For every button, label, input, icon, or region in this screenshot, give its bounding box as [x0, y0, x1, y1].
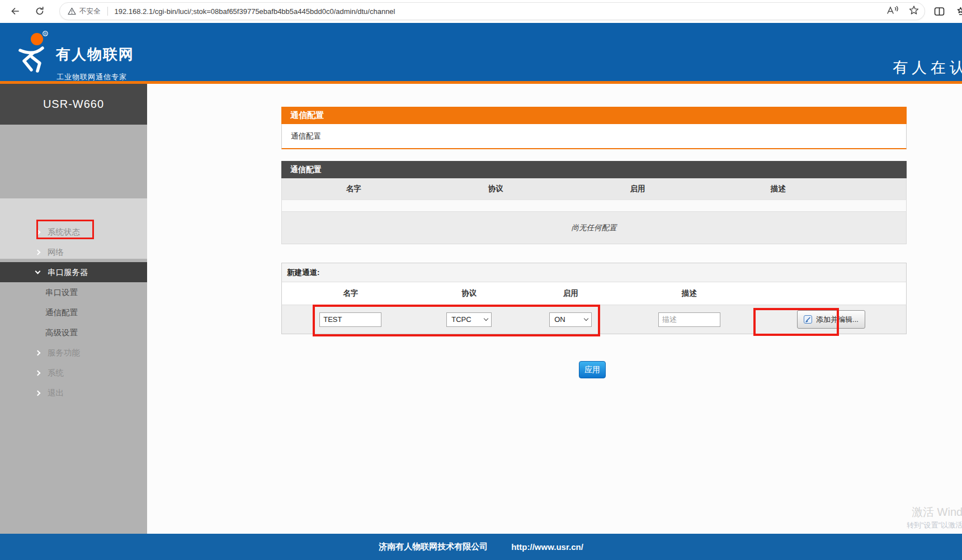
- new-channel-input-row: TCPC ON 添加并编辑...: [281, 305, 907, 334]
- sidebar-item-label: 服务功能: [48, 348, 80, 358]
- sidebar: USR-W660 系统状态 网络 串口服务器 串口设置 通信配置 高级设置 服务…: [0, 84, 147, 534]
- favorites-bar-icon[interactable]: [955, 4, 962, 19]
- device-name: USR-W660: [0, 84, 147, 125]
- chevron-right-icon: [35, 249, 41, 255]
- new-channel-label: 新建通道:: [281, 263, 907, 282]
- page-title: 通信配置: [281, 107, 907, 124]
- address-bar[interactable]: 不安全 192.168.2.1/cgi-bin/luci/;stok=08baf…: [59, 2, 925, 20]
- column-header-name: 名字: [282, 282, 419, 305]
- security-chip[interactable]: 不安全: [68, 7, 101, 16]
- column-header-actions: [756, 282, 906, 305]
- table-spacer-row: [281, 200, 907, 211]
- footer-company: 济南有人物联网技术有限公司: [379, 542, 488, 552]
- divider: [107, 7, 108, 16]
- sidebar-item-label: 串口服务器: [48, 267, 88, 278]
- column-header-protocol: 协议: [426, 178, 566, 200]
- enabled-select[interactable]: ON: [549, 312, 592, 327]
- channel-table-header-row: 名字 协议 启用 描述: [281, 178, 907, 200]
- add-and-edit-label: 添加并编辑...: [816, 315, 859, 325]
- column-header-description: 描述: [622, 282, 756, 305]
- security-label: 不安全: [79, 7, 101, 16]
- channel-name-input[interactable]: [319, 312, 381, 327]
- empty-table-message: 尚无任何配置: [281, 211, 907, 244]
- sidebar-item-label: 网络: [48, 247, 64, 258]
- sidebar-item-system[interactable]: 系统: [0, 363, 147, 383]
- column-header-description: 描述: [709, 178, 847, 200]
- sidebar-item-network[interactable]: 网络: [0, 242, 147, 262]
- protocol-select[interactable]: TCPC: [446, 312, 492, 327]
- brand-title: 有人物联网: [56, 47, 134, 61]
- add-edit-icon: [804, 315, 812, 324]
- app-header: R 有人物联网 工业物联网通信专家 有人在认真做事: [0, 23, 962, 81]
- column-header-enabled: 启用: [519, 282, 622, 305]
- footer-website-link[interactable]: http://www.usr.cn/: [511, 542, 583, 552]
- sidebar-item-label: 系统: [48, 368, 64, 378]
- page-footer: 济南有人物联网技术有限公司 http://www.usr.cn/: [0, 534, 962, 560]
- enabled-select-value: ON: [554, 315, 565, 324]
- chevron-down-icon: [35, 268, 41, 274]
- sidebar-item-advanced-settings[interactable]: 高级设置: [0, 322, 147, 343]
- column-header-name: 名字: [282, 178, 426, 200]
- read-aloud-icon[interactable]: [886, 5, 899, 17]
- sidebar-item-label: 退出: [48, 388, 64, 398]
- tab-comm-config[interactable]: 通信配置: [281, 124, 907, 149]
- usr-logo-icon: R: [15, 31, 50, 73]
- sidebar-item-system-status[interactable]: 系统状态: [0, 222, 147, 242]
- protocol-select-value: TCPC: [451, 315, 471, 324]
- screen: 不安全 192.168.2.1/cgi-bin/luci/;stok=08baf…: [0, 0, 962, 560]
- apply-button[interactable]: 应用: [579, 361, 606, 378]
- header-slogan: 有人在认真做事: [893, 58, 962, 78]
- description-input[interactable]: [658, 312, 720, 327]
- brand-subtitle: 工业物联网通信专家: [56, 73, 127, 80]
- split-screen-icon[interactable]: [932, 4, 946, 19]
- sidebar-item-serial-server[interactable]: 串口服务器: [0, 262, 147, 282]
- activate-windows-watermark-sub: 转到"设置"以激活 Windows。: [907, 520, 962, 530]
- new-channel-header-row: 名字 协议 启用 描述: [281, 282, 907, 305]
- url-text[interactable]: 192.168.2.1/cgi-bin/luci/;stok=08baf65f3…: [115, 7, 880, 16]
- sidebar-item-logout[interactable]: 退出: [0, 383, 147, 403]
- sidebar-item-service-functions[interactable]: 服务功能: [0, 343, 147, 363]
- channel-table-title: 通信配置: [281, 161, 907, 178]
- chevron-right-icon: [35, 229, 41, 235]
- sidebar-item-label: 系统状态: [48, 227, 80, 238]
- chevron-right-icon: [35, 350, 41, 355]
- chevron-right-icon: [35, 390, 41, 396]
- chevron-down-icon: [484, 316, 488, 321]
- svg-text:R: R: [44, 32, 47, 36]
- refresh-icon[interactable]: [32, 4, 47, 18]
- sidebar-item-serial-settings[interactable]: 串口设置: [0, 282, 147, 302]
- activate-windows-watermark: 激活 Windows: [912, 505, 962, 520]
- column-header-protocol: 协议: [419, 282, 520, 305]
- sidebar-item-label: 通信配置: [45, 307, 78, 318]
- chevron-down-icon: [584, 316, 588, 321]
- back-icon[interactable]: [8, 4, 22, 18]
- browser-toolbar: 不安全 192.168.2.1/cgi-bin/luci/;stok=08baf…: [0, 0, 962, 23]
- warning-icon: [68, 7, 76, 15]
- favorite-star-icon[interactable]: [909, 5, 919, 17]
- sidebar-item-comm-config[interactable]: 通信配置: [0, 302, 147, 322]
- chevron-right-icon: [35, 370, 41, 376]
- add-and-edit-button[interactable]: 添加并编辑...: [797, 310, 865, 329]
- sidebar-item-label: 高级设置: [45, 328, 78, 338]
- column-header-actions: [847, 178, 906, 200]
- sidebar-item-label: 串口设置: [45, 287, 78, 298]
- column-header-enabled: 启用: [566, 178, 710, 200]
